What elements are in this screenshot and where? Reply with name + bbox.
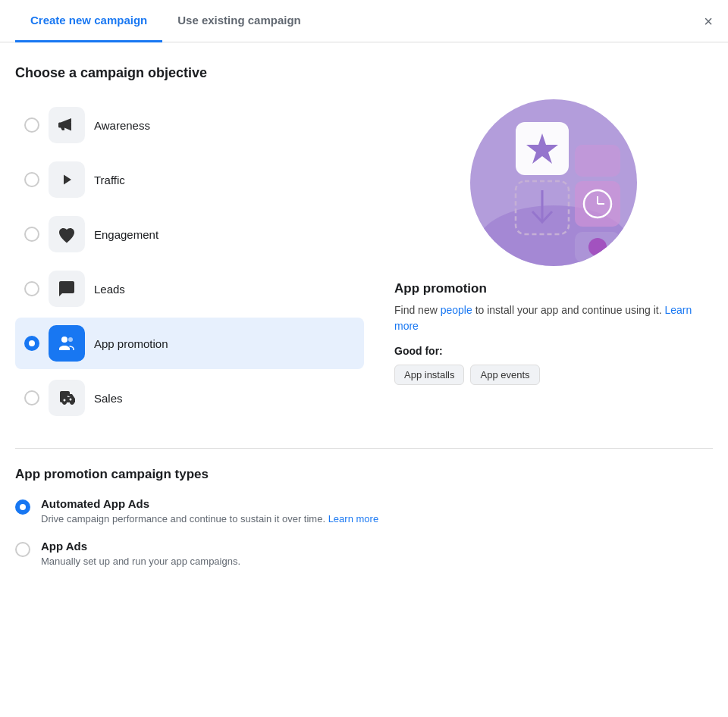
app-promotion-icon: [58, 334, 76, 352]
objective-engagement[interactable]: Engagement: [15, 208, 364, 260]
section-title: Choose a campaign objective: [15, 65, 713, 81]
traffic-label: Traffic: [94, 174, 125, 186]
app-promotion-illustration: [470, 99, 637, 266]
app-ads-text: App Ads Manually set up and run your app…: [41, 540, 240, 567]
objective-leads[interactable]: Leads: [15, 263, 364, 315]
objective-app-promotion[interactable]: App promotion: [15, 318, 364, 369]
desc-middle: to install your app and continue using i…: [472, 304, 665, 316]
radio-engagement[interactable]: [24, 227, 39, 242]
app-ads-label: App Ads: [41, 540, 240, 553]
tags-container: App installs App events: [394, 365, 713, 385]
awareness-label: Awareness: [94, 119, 150, 132]
tab-create-new[interactable]: Create new campaign: [15, 0, 162, 42]
radio-traffic[interactable]: [24, 172, 39, 187]
app-promotion-icon-box: [49, 325, 85, 362]
sales-icon: [58, 389, 76, 407]
app-promotion-label: App promotion: [94, 337, 168, 350]
radio-automated-app-ads[interactable]: [15, 499, 30, 515]
campaign-type-app-ads[interactable]: App Ads Manually set up and run your app…: [15, 540, 713, 567]
svg-point-1: [68, 337, 73, 342]
radio-app-ads[interactable]: [15, 542, 30, 557]
tab-use-existing[interactable]: Use existing campaign: [162, 0, 316, 42]
desc-people-link[interactable]: people: [441, 304, 472, 316]
modal-content: Choose a campaign objective Awareness: [0, 42, 728, 605]
svg-rect-13: [575, 145, 620, 177]
svg-point-0: [61, 337, 67, 343]
promo-description: Find new people to install your app and …: [394, 302, 713, 334]
radio-leads[interactable]: [24, 281, 39, 296]
promo-title: App promotion: [394, 281, 713, 296]
modal-header: Create new campaign Use existing campaig…: [0, 0, 728, 42]
objective-sales[interactable]: Sales: [15, 372, 364, 424]
radio-sales[interactable]: [24, 390, 39, 405]
radio-app-promotion[interactable]: [24, 336, 39, 351]
awareness-icon: [58, 116, 76, 134]
illustration-circle: [470, 99, 637, 266]
illustration-container: [463, 99, 645, 266]
campaign-type-automated[interactable]: Automated App Ads Drive campaign perform…: [15, 497, 713, 524]
engagement-label: Engagement: [94, 228, 158, 241]
good-for-label: Good for:: [394, 345, 713, 357]
app-ads-desc: Manually set up and run your app campaig…: [41, 556, 240, 567]
leads-icon: [58, 280, 76, 298]
automated-app-ads-text: Automated App Ads Drive campaign perform…: [41, 497, 378, 524]
automated-app-ads-desc: Drive campaign performance and continue …: [41, 513, 378, 524]
campaign-types-title: App promotion campaign types: [15, 467, 713, 482]
automated-learn-more-link[interactable]: Learn more: [328, 513, 378, 524]
leads-label: Leads: [94, 283, 125, 296]
objectives-list: Awareness Traffic: [15, 99, 364, 424]
sales-label: Sales: [94, 392, 123, 405]
engagement-icon-box: [49, 216, 85, 252]
campaign-types-section: App promotion campaign types Automated A…: [15, 448, 713, 567]
objective-traffic[interactable]: Traffic: [15, 154, 364, 205]
sales-icon-box: [49, 380, 85, 416]
awareness-icon-box: [49, 107, 85, 143]
tag-app-events: App events: [470, 365, 539, 385]
leads-icon-box: [49, 271, 85, 307]
detail-panel: App promotion Find new people to install…: [394, 99, 713, 424]
traffic-icon-box: [49, 161, 85, 198]
radio-awareness[interactable]: [24, 117, 39, 133]
engagement-icon: [58, 225, 76, 243]
close-button[interactable]: ×: [704, 14, 713, 29]
automated-desc-before: Drive campaign performance and continue …: [41, 513, 328, 524]
automated-app-ads-label: Automated App Ads: [41, 497, 378, 510]
two-column-layout: Awareness Traffic: [15, 99, 713, 424]
traffic-icon: [58, 171, 76, 189]
objective-awareness[interactable]: Awareness: [15, 99, 364, 151]
svg-point-12: [588, 238, 607, 256]
tag-app-installs: App installs: [394, 365, 464, 385]
desc-before-link: Find new: [394, 304, 441, 316]
